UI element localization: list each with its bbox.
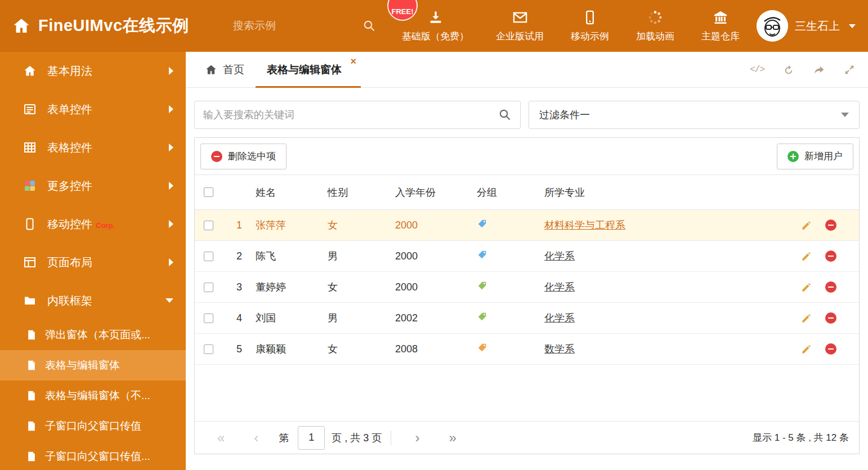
sidebar-item-form-controls[interactable]: 表单控件: [0, 90, 186, 128]
major-link[interactable]: 数学系: [544, 343, 575, 355]
chevron-down-icon: [165, 298, 173, 303]
divider: [391, 431, 391, 445]
major-link[interactable]: 材料科学与工程系: [544, 220, 625, 231]
sidebar-item-label: 表格控件: [47, 140, 92, 155]
sidebar-subitem-child-to-parent[interactable]: 子窗口向父窗口传值: [0, 411, 186, 441]
chevron-down-icon: [849, 24, 856, 28]
header-search: [233, 19, 376, 33]
edit-icon[interactable]: [801, 251, 812, 262]
row-checkbox[interactable]: [204, 314, 213, 323]
row-checkbox[interactable]: [204, 344, 213, 354]
sidebar-item-more-controls[interactable]: 更多控件: [0, 167, 186, 205]
search-icon[interactable]: [498, 108, 512, 122]
share-icon[interactable]: [813, 64, 825, 76]
row-checkbox[interactable]: [204, 221, 213, 230]
chevron-right-icon: [169, 67, 173, 75]
nav-loading-anim[interactable]: 加载动画: [636, 10, 674, 43]
sidebar-subitem-grid-edit-window-2[interactable]: 表格与编辑窗体（不...: [0, 381, 186, 411]
tag-icon: [477, 280, 487, 291]
sidebar-item-basic-usage[interactable]: 基本用法: [0, 52, 186, 90]
delete-row-icon[interactable]: [825, 343, 836, 355]
tag-icon: [477, 311, 487, 322]
sidebar-item-inline-frame[interactable]: 内联框架: [0, 281, 186, 320]
chevron-right-icon: [169, 182, 173, 190]
file-icon: [26, 329, 37, 341]
filter-dropdown[interactable]: 过滤条件一: [529, 101, 860, 129]
file-icon: [26, 420, 37, 432]
tab-home[interactable]: 首页: [194, 52, 256, 87]
nav-label: 加载动画: [636, 30, 674, 43]
column-header-year: 入学年份: [395, 186, 477, 199]
sidebar-item-page-layout[interactable]: 页面布局: [0, 243, 186, 281]
prev-page-button[interactable]: ‹: [239, 431, 273, 445]
major-link[interactable]: 化学系: [544, 250, 575, 262]
user-menu[interactable]: 三生石上: [757, 10, 856, 42]
delete-row-icon[interactable]: [825, 312, 836, 324]
code-icon[interactable]: </>: [750, 65, 764, 75]
major-link[interactable]: 化学系: [544, 312, 575, 324]
table-row: 4 刘国 男 2002 化学系: [195, 303, 859, 334]
select-all-checkbox[interactable]: [204, 187, 213, 197]
delete-row-icon[interactable]: [825, 250, 836, 262]
delete-row-icon[interactable]: [825, 281, 836, 293]
sidebar-item-label: 页面布局: [47, 255, 92, 270]
brand[interactable]: FineUIMvc在线示例: [12, 15, 233, 37]
tab-bar: 首页 表格与编辑窗体 × </>: [186, 52, 868, 88]
delete-selected-button[interactable]: 删除选中项: [200, 144, 287, 169]
nav-label: 基础版（免费）: [402, 30, 469, 43]
tab-label: 首页: [223, 62, 244, 77]
cell-year: 2000: [395, 250, 477, 262]
app-window: FineUIMvc在线示例 FREE! 基础版（免费） 企业版试用: [0, 0, 868, 470]
cell-name: 董婷婷: [256, 280, 328, 294]
sidebar-subitem-grid-edit-window[interactable]: 表格与编辑窗体: [0, 350, 186, 381]
main-content: 首页 表格与编辑窗体 × </>: [186, 52, 868, 470]
column-header-name: 姓名: [256, 186, 328, 199]
nav-enterprise-trial[interactable]: 企业版试用: [496, 10, 544, 43]
search-icon[interactable]: [363, 19, 376, 33]
add-user-button[interactable]: 新增用户: [777, 144, 853, 169]
tab-grid-edit-window[interactable]: 表格与编辑窗体 ×: [256, 52, 361, 87]
keyword-search-box: [194, 101, 521, 129]
sidebar-subitem-popup-window[interactable]: 弹出窗体（本页面或...: [0, 320, 186, 350]
cell-year: 2000: [395, 281, 477, 293]
cell-year: 2002: [395, 312, 477, 324]
refresh-icon[interactable]: [782, 64, 795, 76]
form-icon: [23, 102, 37, 116]
row-checkbox[interactable]: [204, 283, 213, 292]
edit-icon[interactable]: [801, 220, 812, 231]
sidebar-subitem-label: 表格与编辑窗体（不...: [45, 388, 150, 403]
major-link[interactable]: 化学系: [544, 281, 575, 293]
spinner-icon: [647, 10, 663, 25]
keyword-search-input[interactable]: [203, 109, 498, 121]
last-page-button[interactable]: »: [434, 431, 471, 445]
grid-empty-space: [195, 365, 859, 421]
row-checkbox[interactable]: [204, 252, 213, 261]
sidebar-item-mobile-controls[interactable]: 移动控件 Corp.: [0, 205, 186, 243]
expand-icon[interactable]: [843, 64, 856, 76]
cell-name: 刘国: [256, 311, 328, 325]
first-page-button[interactable]: «: [203, 431, 239, 445]
header-search-input[interactable]: [233, 20, 323, 32]
column-header-gender: 性别: [328, 186, 395, 199]
next-page-button[interactable]: ›: [400, 431, 434, 445]
chevron-right-icon: [169, 144, 173, 151]
close-icon[interactable]: ×: [350, 56, 356, 66]
chevron-right-icon: [169, 220, 173, 228]
sidebar-item-grid-controls[interactable]: 表格控件: [0, 128, 186, 167]
delete-row-icon[interactable]: [825, 220, 836, 231]
cell-name: 张萍萍: [256, 218, 328, 232]
nav-mobile-demo[interactable]: 移动示例: [571, 10, 609, 43]
page-input[interactable]: [298, 426, 325, 450]
nav-theme-repo[interactable]: 主题仓库: [701, 10, 740, 43]
sidebar: 基本用法 表单控件 表格控件 更多控件 移动控件 Corp.: [0, 52, 186, 470]
page-label-prefix: 第: [279, 431, 289, 445]
edit-icon[interactable]: [801, 282, 812, 293]
cell-gender: 女: [328, 342, 395, 356]
top-nav: 基础版（免费） 企业版试用 移动示例 加载动画: [402, 10, 740, 43]
edit-icon[interactable]: [801, 344, 812, 355]
file-icon: [26, 390, 37, 401]
edit-icon[interactable]: [801, 313, 812, 324]
table-row: 1 张萍萍 女 2000 材料科学与工程系: [195, 210, 859, 241]
sidebar-subitem-child-to-parent-2[interactable]: 子窗口向父窗口传值...: [0, 441, 186, 470]
widgets-icon: [23, 179, 37, 193]
